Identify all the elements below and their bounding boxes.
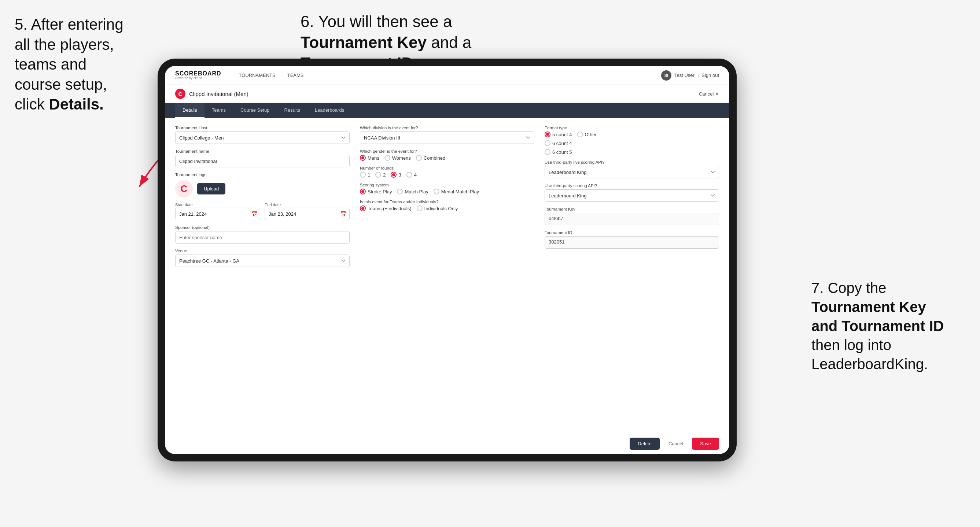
rounds-group: Number of rounds 1 2 [360,166,535,178]
teams-plus-individuals[interactable]: Teams (+Individuals) [360,205,412,211]
gender-mens[interactable]: Mens [360,155,379,161]
scoring-medal-match[interactable]: Medal Match Play [434,189,479,194]
save-button[interactable]: Save [692,438,719,450]
format-6count4-radio[interactable] [545,140,550,146]
rounds-2[interactable]: 2 [375,172,385,178]
format-6count5-radio[interactable] [545,149,550,155]
venue-select[interactable]: Peachtree GC - Atlanta - GA [175,254,350,267]
logo-sub: Powered by clippd [175,76,221,80]
end-date-input[interactable] [265,208,350,220]
tab-leaderboards[interactable]: Leaderboards [307,103,352,118]
start-date-wrapper: 📅 [175,208,260,220]
gender-combined-radio[interactable] [416,155,422,161]
tab-results[interactable]: Results [277,103,307,118]
rounds-4-radio[interactable] [406,172,412,178]
format-other-radio[interactable] [577,132,583,137]
sponsor-group: Sponsor (optional) [175,225,350,244]
api2-select-wrapper: Leaderboard King [545,189,719,202]
form-area: Tournament Host Clippd College - Men Tou… [165,118,729,433]
gender-mens-radio[interactable] [360,155,366,161]
format-row-1: 5 count 4 Other [545,132,719,137]
sponsor-input[interactable] [175,231,350,244]
delete-button[interactable]: Delete [630,438,660,450]
scoring-stroke-radio[interactable] [360,189,366,194]
cancel-button-bottom[interactable]: Cancel [664,438,687,450]
venue-group: Venue Peachtree GC - Atlanta - GA [175,249,350,267]
tournament-name-input[interactable] [175,155,350,167]
logo-area: SCOREBOARD Powered by clippd [175,71,221,80]
tab-teams[interactable]: Teams [205,103,233,118]
format-6count5[interactable]: 6 count 5 [545,149,719,155]
user-name: Test User [675,73,695,78]
upload-button[interactable]: Upload [197,183,225,194]
cancel-button-top[interactable]: Cancel ✕ [699,91,719,97]
rounds-1[interactable]: 1 [360,172,370,178]
tournament-name-group: Tournament name [175,149,350,167]
nav-tournaments[interactable]: TOURNAMENTS [239,73,275,78]
individuals-only-radio[interactable] [417,205,423,211]
user-avatar: SI [661,70,671,81]
annotation-left: 5. After entering all the players, teams… [15,15,139,114]
gender-radio-group: Mens Womens Combined [360,155,535,161]
rounds-3[interactable]: 3 [391,172,401,178]
scoring-match-radio[interactable] [397,189,403,194]
end-date-wrapper: 📅 [265,208,350,220]
gender-womens-radio[interactable] [385,155,390,161]
tournament-host-group: Tournament Host Clippd College - Men [175,125,350,144]
division-select[interactable]: NCAA Division III [360,132,535,144]
rounds-radio-group: 1 2 3 4 [360,172,535,178]
rounds-4[interactable]: 4 [406,172,417,178]
teams-group: Is this event for Teams and/or Individua… [360,200,535,211]
rounds-1-radio[interactable] [360,172,366,178]
api2-select[interactable]: Leaderboard King [545,189,719,202]
form-col2: Which division is the event for? NCAA Di… [360,125,535,267]
format-6count4[interactable]: 6 count 4 [545,140,719,146]
api1-group: Use third-party live scoring API? Leader… [545,160,719,178]
scoring-stroke[interactable]: Stroke Play [360,189,392,194]
format-type-label: Format type [545,125,719,130]
action-bar: Delete Cancel Save [165,433,729,454]
dates-group: Start date 📅 End date 📅 [175,203,350,220]
tournament-logo-group: Tournament logo C Upload [175,173,350,197]
sub-header: C Clippd Invitational (Men) Cancel ✕ [165,85,729,103]
logo-upload-area: C Upload [175,180,350,197]
format-5count4[interactable]: 5 count 4 [545,132,572,137]
format-type-group: Format type 5 count 4 [545,125,719,155]
scoring-match[interactable]: Match Play [397,189,428,194]
format-5count4-radio[interactable] [545,132,550,137]
form-col1: Tournament Host Clippd College - Men Tou… [175,125,350,267]
annotation-bottom-right: 7. Copy the Tournament Key and Tournamen… [811,278,965,373]
gender-combined[interactable]: Combined [416,155,445,161]
tournament-host-select[interactable]: Clippd College - Men [175,132,350,144]
tournament-key-group: Tournament Key b4f6b7 [545,207,719,225]
tabs-bar: Details Teams Course Setup Results Leade… [165,103,729,118]
tab-details[interactable]: Details [175,103,205,118]
rounds-3-radio[interactable] [391,172,396,178]
start-date-input[interactable] [175,208,260,220]
tab-course-setup[interactable]: Course Setup [233,103,277,118]
tablet-screen: SCOREBOARD Powered by clippd TOURNAMENTS… [165,66,729,454]
api1-label: Use third-party live scoring API? [545,160,719,164]
tournament-id-label: Tournament ID [545,230,719,235]
gender-womens[interactable]: Womens [385,155,411,161]
tournament-id-value: 302051 [545,236,719,249]
rounds-2-radio[interactable] [375,172,381,178]
tablet: SCOREBOARD Powered by clippd TOURNAMENTS… [158,59,737,462]
individuals-only[interactable]: Individuals Only [417,205,458,211]
scoring-medal-match-radio[interactable] [434,189,439,194]
sponsor-label: Sponsor (optional) [175,225,350,230]
tournament-key-value: b4f6b7 [545,213,719,225]
nav-teams[interactable]: TEAMS [287,73,304,78]
format-other[interactable]: Other [577,132,597,137]
tournament-title-area: C Clippd Invitational (Men) [175,89,248,99]
scoring-radio-group: Stroke Play Match Play Medal Match Play [360,189,535,194]
tournament-host-label: Tournament Host [175,125,350,130]
end-date-label: End date [265,203,350,207]
division-label: Which division is the event for? [360,125,535,130]
header-right: SI Test User | Sign out [661,70,719,81]
teams-plus-individuals-radio[interactable] [360,205,366,211]
api1-select[interactable]: Leaderboard King [545,166,719,178]
sign-out-link[interactable]: Sign out [702,73,719,78]
main-content: Tournament Host Clippd College - Men Tou… [165,118,729,433]
app-header: SCOREBOARD Powered by clippd TOURNAMENTS… [165,66,729,85]
